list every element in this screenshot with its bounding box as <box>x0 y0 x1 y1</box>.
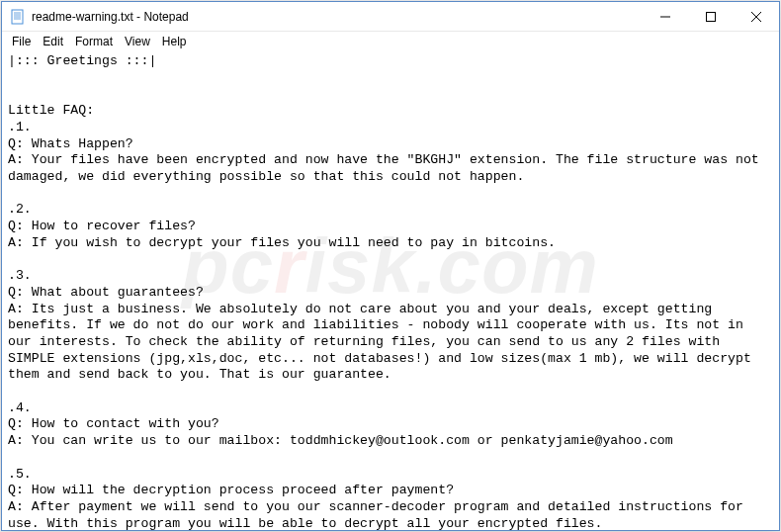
menubar: File Edit Format View Help <box>2 32 779 51</box>
svg-rect-6 <box>707 13 716 22</box>
minimize-button[interactable] <box>643 2 688 32</box>
notepad-window: readme-warning.txt - Notepad File Edit F… <box>1 1 780 531</box>
window-title: readme-warning.txt - Notepad <box>32 2 643 32</box>
menu-file[interactable]: File <box>6 34 37 49</box>
titlebar[interactable]: readme-warning.txt - Notepad <box>2 2 779 32</box>
menu-view[interactable]: View <box>119 34 156 49</box>
notepad-icon <box>10 9 26 25</box>
close-button[interactable] <box>734 2 779 32</box>
maximize-button[interactable] <box>688 2 734 32</box>
menu-help[interactable]: Help <box>156 34 193 49</box>
menu-edit[interactable]: Edit <box>37 34 69 49</box>
menu-format[interactable]: Format <box>69 34 119 49</box>
text-editor-area[interactable]: |::: Greetings :::| Little FAQ: .1. Q: W… <box>2 51 779 530</box>
window-controls <box>643 2 779 31</box>
